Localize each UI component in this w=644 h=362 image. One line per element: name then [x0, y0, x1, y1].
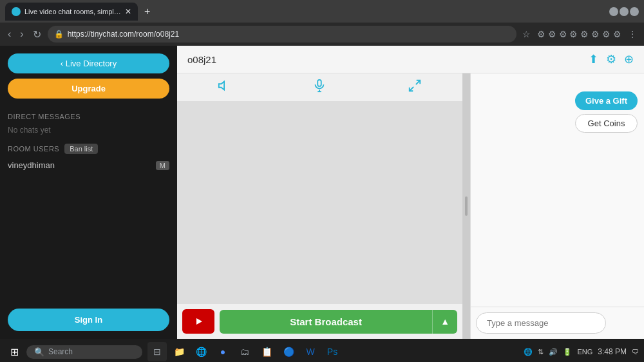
broadcast-arrow-button[interactable]: ▲ [432, 310, 457, 334]
sign-in-button[interactable]: Sign In [8, 309, 169, 331]
room-title: o08j21 [187, 54, 216, 65]
taskbar-app-icon-1: ⊟ [153, 347, 161, 357]
live-directory-button[interactable]: ‹ Live Directory [8, 53, 169, 73]
taskbar-search-icon: 🔍 [34, 347, 44, 357]
taskbar-search-text: Search [48, 347, 73, 356]
browser-nav-bar: ‹ › ↻ 🔒 https://tinychat.com/room/o08j21… [0, 23, 644, 46]
video-controls-bar [177, 73, 462, 102]
maximize-button[interactable]: □ [620, 7, 629, 16]
tab-title: Live video chat rooms, simple an [24, 8, 121, 15]
start-broadcast-button[interactable]: Start Broadcast [220, 310, 432, 334]
taskbar-network-icon: ⇅ [538, 348, 544, 356]
close-tab-button[interactable]: ✕ [125, 7, 131, 16]
direct-messages-section-title: DIRECT MESSAGES [0, 106, 177, 123]
no-chats-text: No chats yet [0, 123, 177, 137]
svg-rect-1 [318, 80, 322, 86]
forward-button[interactable]: › [17, 26, 26, 43]
youtube-button[interactable] [182, 309, 214, 334]
taskbar-app-1[interactable]: ⊟ [147, 342, 167, 361]
lock-icon: 🔒 [54, 30, 64, 39]
start-button[interactable]: ⊞ [5, 343, 24, 361]
taskbar-app-7[interactable]: 🔵 [279, 342, 298, 361]
give-gift-button[interactable]: Give a Gift [575, 91, 638, 110]
taskbar-search[interactable]: 🔍 Search [26, 345, 142, 359]
window-controls: ─ □ ✕ [609, 7, 639, 16]
taskbar-volume-icon: 🔊 [549, 348, 558, 356]
taskbar-right: 🌐 ⇅ 🔊 🔋 ENG 3:48 PM 🗨 [524, 347, 639, 356]
svg-line-5 [410, 87, 413, 91]
taskbar-app-2[interactable]: 📁 [169, 342, 189, 361]
bookmark-icon[interactable]: ☆ [520, 27, 533, 41]
taskbar-app-icon-9: Ps [327, 347, 337, 357]
taskbar-app-icon-2: 📁 [174, 347, 185, 357]
settings-icon[interactable]: ⚙ [606, 52, 616, 66]
chat-input[interactable] [476, 312, 606, 334]
volume-button[interactable] [218, 79, 232, 96]
taskbar-clock[interactable]: 3:48 PM [598, 347, 627, 356]
panel-divider[interactable] [462, 73, 470, 339]
room-users-header: ROOM USERS Ban list [0, 137, 177, 157]
tab-favicon [12, 7, 21, 16]
new-tab-button[interactable]: + [142, 6, 153, 17]
taskbar-app-4[interactable]: ● [213, 342, 232, 361]
add-icon[interactable]: ⊕ [624, 52, 634, 66]
browser-tab-bar: Live video chat rooms, simple an ✕ + ─ □… [0, 0, 644, 23]
close-window-button[interactable]: ✕ [630, 7, 639, 16]
room-header-icons: ⬆ ⚙ ⊕ [589, 52, 634, 66]
address-bar[interactable]: 🔒 https://tinychat.com/room/o08j21 [48, 26, 516, 43]
user-badge: M [156, 161, 169, 170]
start-broadcast-container: Start Broadcast ▲ [220, 310, 457, 334]
taskbar-app-icon-6: 📋 [261, 347, 272, 357]
share-icon[interactable]: ⬆ [589, 52, 598, 66]
bottom-bar: Start Broadcast ▲ [177, 303, 462, 339]
taskbar-app-6[interactable]: 📋 [257, 342, 276, 361]
video-placeholder [177, 102, 462, 303]
taskbar-app-icon-4: ● [220, 347, 225, 357]
taskbar-app-5[interactable]: 🗂 [235, 342, 254, 361]
browser-tab[interactable]: Live video chat rooms, simple an ✕ [5, 3, 138, 21]
room-users-title: ROOM USERS [8, 145, 59, 153]
divider-indicator [465, 196, 468, 216]
taskbar-app-9[interactable]: Ps [323, 342, 342, 361]
taskbar-app-icon-8: W [306, 347, 314, 357]
taskbar-globe-icon: 🌐 [524, 348, 533, 356]
taskbar-app-icon-7: 🔵 [283, 347, 294, 357]
taskbar-app-icon-3: 🌐 [196, 347, 207, 357]
video-column: Start Broadcast ▲ [177, 73, 462, 339]
user-name: vineydhiman [8, 160, 55, 170]
taskbar-language: ENG [577, 348, 592, 356]
taskbar-app-8[interactable]: W [301, 342, 320, 361]
more-options-icon[interactable]: ⋮ [626, 27, 639, 41]
taskbar-battery-icon: 🔋 [563, 348, 572, 356]
sidebar-header: ‹ Live Directory Upgrade [0, 46, 177, 106]
extension-icons: ⚙ ⚙ ⚙ ⚙ ⚙ ⚙ ⚙ ⚙ [535, 27, 623, 41]
taskbar-app-icon-5: 🗂 [240, 347, 249, 357]
back-button[interactable]: ‹ [5, 26, 14, 43]
gift-coins-area: Give a Gift Get Coins [575, 91, 638, 133]
svg-marker-0 [219, 82, 224, 90]
main-content-area: o08j21 ⬆ ⚙ ⊕ [177, 46, 644, 339]
svg-line-4 [416, 81, 420, 84]
taskbar: ⊞ 🔍 Search ⊟ 📁 🌐 ● 🗂 📋 🔵 W Ps 🌐 ⇅ 🔊 🔋 EN… [0, 339, 644, 362]
fullscreen-button[interactable] [408, 79, 422, 96]
reload-button[interactable]: ↻ [30, 26, 44, 43]
ban-list-button[interactable]: Ban list [64, 144, 98, 154]
taskbar-apps: ⊟ 📁 🌐 ● 🗂 📋 🔵 W Ps [147, 342, 342, 361]
chat-input-bar [471, 307, 644, 339]
list-item[interactable]: vineydhiman M [0, 157, 177, 174]
browser-action-buttons: ☆ ⚙ ⚙ ⚙ ⚙ ⚙ ⚙ ⚙ ⚙ ⋮ [520, 27, 639, 41]
sidebar: ‹ Live Directory Upgrade DIRECT MESSAGES… [0, 46, 177, 339]
room-header: o08j21 ⬆ ⚙ ⊕ [177, 46, 644, 73]
taskbar-notification-icon: 🗨 [632, 348, 639, 356]
get-coins-button[interactable]: Get Coins [575, 114, 638, 133]
url-text: https://tinychat.com/room/o08j21 [68, 30, 179, 39]
taskbar-app-3[interactable]: 🌐 [191, 342, 211, 361]
sidebar-footer: Sign In [0, 301, 177, 339]
mic-button[interactable] [312, 79, 327, 96]
upgrade-button[interactable]: Upgrade [8, 79, 169, 99]
minimize-button[interactable]: ─ [609, 7, 618, 16]
taskbar-time: 3:48 PM [598, 347, 627, 356]
